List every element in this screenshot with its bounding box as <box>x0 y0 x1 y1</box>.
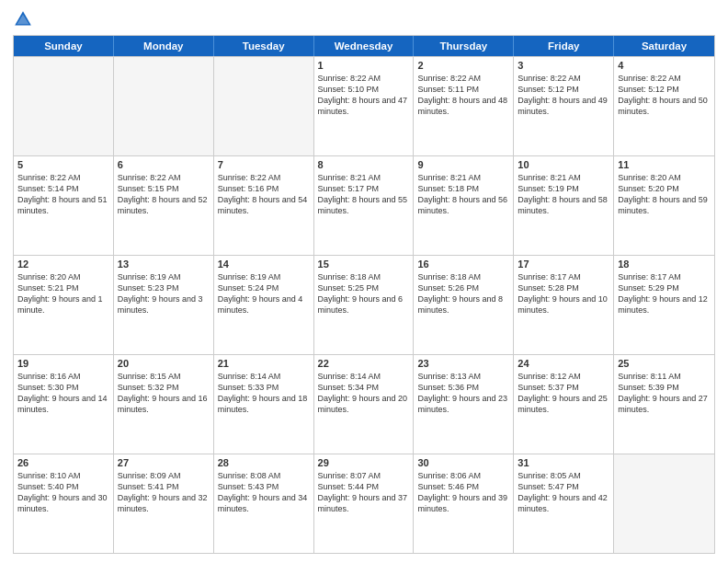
day-number: 31 <box>518 457 609 468</box>
day-number: 10 <box>518 159 609 170</box>
calendar-day: 5Sunrise: 8:22 AM Sunset: 5:14 PM Daylig… <box>14 156 114 255</box>
calendar-body: 1Sunrise: 8:22 AM Sunset: 5:10 PM Daylig… <box>14 56 714 553</box>
day-number: 2 <box>417 60 509 71</box>
day-info: Sunrise: 8:17 AM Sunset: 5:29 PM Dayligh… <box>618 271 711 316</box>
day-number: 11 <box>618 159 711 170</box>
day-info: Sunrise: 8:06 AM Sunset: 5:46 PM Dayligh… <box>417 470 509 515</box>
day-number: 4 <box>618 60 711 71</box>
calendar-day: 23Sunrise: 8:13 AM Sunset: 5:36 PM Dayli… <box>414 355 514 454</box>
day-info: Sunrise: 8:17 AM Sunset: 5:28 PM Dayligh… <box>518 271 609 316</box>
header <box>13 9 715 29</box>
calendar-day: 9Sunrise: 8:21 AM Sunset: 5:18 PM Daylig… <box>414 156 514 255</box>
calendar-day: 24Sunrise: 8:12 AM Sunset: 5:37 PM Dayli… <box>514 355 614 454</box>
day-number: 5 <box>17 159 109 170</box>
calendar-day: 13Sunrise: 8:19 AM Sunset: 5:23 PM Dayli… <box>114 256 214 354</box>
day-info: Sunrise: 8:22 AM Sunset: 5:15 PM Dayligh… <box>118 172 210 217</box>
day-info: Sunrise: 8:14 AM Sunset: 5:34 PM Dayligh… <box>318 371 410 416</box>
day-info: Sunrise: 8:09 AM Sunset: 5:41 PM Dayligh… <box>118 470 210 515</box>
day-info: Sunrise: 8:20 AM Sunset: 5:21 PM Dayligh… <box>17 271 109 316</box>
calendar-day: 8Sunrise: 8:21 AM Sunset: 5:17 PM Daylig… <box>314 156 415 255</box>
day-number: 9 <box>417 159 509 170</box>
calendar-day: 16Sunrise: 8:18 AM Sunset: 5:26 PM Dayli… <box>414 256 514 354</box>
day-number: 13 <box>118 259 210 270</box>
day-number: 28 <box>218 457 310 468</box>
day-number: 7 <box>218 159 310 170</box>
day-number: 1 <box>318 60 410 71</box>
weekday-header: Thursday <box>414 36 514 56</box>
calendar-day: 2Sunrise: 8:22 AM Sunset: 5:11 PM Daylig… <box>414 57 514 155</box>
day-number: 29 <box>318 457 410 468</box>
weekday-header: Monday <box>114 36 214 56</box>
calendar-day: 26Sunrise: 8:10 AM Sunset: 5:40 PM Dayli… <box>14 454 114 553</box>
calendar-week: 1Sunrise: 8:22 AM Sunset: 5:10 PM Daylig… <box>14 56 714 155</box>
calendar-day: 28Sunrise: 8:08 AM Sunset: 5:43 PM Dayli… <box>214 454 314 553</box>
calendar-day: 30Sunrise: 8:06 AM Sunset: 5:46 PM Dayli… <box>414 454 514 553</box>
calendar: SundayMondayTuesdayWednesdayThursdayFrid… <box>13 35 715 554</box>
day-info: Sunrise: 8:18 AM Sunset: 5:26 PM Dayligh… <box>417 271 509 316</box>
calendar-day: 19Sunrise: 8:16 AM Sunset: 5:30 PM Dayli… <box>14 355 114 454</box>
calendar-day: 1Sunrise: 8:22 AM Sunset: 5:10 PM Daylig… <box>314 57 415 155</box>
calendar-day: 25Sunrise: 8:11 AM Sunset: 5:39 PM Dayli… <box>614 355 714 454</box>
calendar-day: 18Sunrise: 8:17 AM Sunset: 5:29 PM Dayli… <box>614 256 714 354</box>
calendar-week: 12Sunrise: 8:20 AM Sunset: 5:21 PM Dayli… <box>14 255 714 354</box>
calendar-day: 7Sunrise: 8:22 AM Sunset: 5:16 PM Daylig… <box>214 156 314 255</box>
day-number: 27 <box>118 457 210 468</box>
day-info: Sunrise: 8:15 AM Sunset: 5:32 PM Dayligh… <box>118 371 210 416</box>
day-number: 25 <box>618 358 711 369</box>
day-info: Sunrise: 8:22 AM Sunset: 5:14 PM Dayligh… <box>17 172 109 217</box>
day-info: Sunrise: 8:16 AM Sunset: 5:30 PM Dayligh… <box>17 371 109 416</box>
calendar-day: 12Sunrise: 8:20 AM Sunset: 5:21 PM Dayli… <box>14 256 114 354</box>
day-number: 14 <box>218 259 310 270</box>
day-number: 8 <box>318 159 410 170</box>
day-number: 3 <box>518 60 609 71</box>
day-info: Sunrise: 8:22 AM Sunset: 5:16 PM Dayligh… <box>218 172 310 217</box>
day-info: Sunrise: 8:10 AM Sunset: 5:40 PM Dayligh… <box>17 470 109 515</box>
day-info: Sunrise: 8:13 AM Sunset: 5:36 PM Dayligh… <box>417 371 509 416</box>
day-info: Sunrise: 8:12 AM Sunset: 5:37 PM Dayligh… <box>518 371 609 416</box>
day-number: 19 <box>17 358 109 369</box>
day-info: Sunrise: 8:22 AM Sunset: 5:10 PM Dayligh… <box>318 73 410 118</box>
day-number: 17 <box>518 259 609 270</box>
day-number: 30 <box>417 457 509 468</box>
calendar-day: 21Sunrise: 8:14 AM Sunset: 5:33 PM Dayli… <box>214 355 314 454</box>
calendar-day: 17Sunrise: 8:17 AM Sunset: 5:28 PM Dayli… <box>514 256 614 354</box>
weekday-header: Friday <box>514 36 614 56</box>
calendar-day: 11Sunrise: 8:20 AM Sunset: 5:20 PM Dayli… <box>614 156 714 255</box>
day-number: 22 <box>318 358 410 369</box>
calendar-week: 5Sunrise: 8:22 AM Sunset: 5:14 PM Daylig… <box>14 155 714 255</box>
day-info: Sunrise: 8:14 AM Sunset: 5:33 PM Dayligh… <box>218 371 310 416</box>
calendar-day: 31Sunrise: 8:05 AM Sunset: 5:47 PM Dayli… <box>514 454 614 553</box>
calendar-day: 20Sunrise: 8:15 AM Sunset: 5:32 PM Dayli… <box>114 355 214 454</box>
day-info: Sunrise: 8:21 AM Sunset: 5:18 PM Dayligh… <box>417 172 509 217</box>
empty-cell <box>614 454 714 553</box>
day-number: 20 <box>118 358 210 369</box>
calendar-day: 14Sunrise: 8:19 AM Sunset: 5:24 PM Dayli… <box>214 256 314 354</box>
logo-icon <box>13 9 33 29</box>
empty-cell <box>114 57 214 155</box>
day-info: Sunrise: 8:19 AM Sunset: 5:24 PM Dayligh… <box>218 271 310 316</box>
day-number: 24 <box>518 358 609 369</box>
logo <box>13 9 37 29</box>
day-info: Sunrise: 8:05 AM Sunset: 5:47 PM Dayligh… <box>518 470 609 515</box>
weekday-header: Sunday <box>14 36 114 56</box>
day-number: 21 <box>218 358 310 369</box>
page: SundayMondayTuesdayWednesdayThursdayFrid… <box>0 0 728 563</box>
calendar-day: 15Sunrise: 8:18 AM Sunset: 5:25 PM Dayli… <box>314 256 415 354</box>
calendar-day: 6Sunrise: 8:22 AM Sunset: 5:15 PM Daylig… <box>114 156 214 255</box>
day-info: Sunrise: 8:22 AM Sunset: 5:12 PM Dayligh… <box>618 73 711 118</box>
day-info: Sunrise: 8:21 AM Sunset: 5:19 PM Dayligh… <box>518 172 609 217</box>
day-number: 15 <box>318 259 410 270</box>
calendar-week: 19Sunrise: 8:16 AM Sunset: 5:30 PM Dayli… <box>14 354 714 454</box>
calendar-day: 3Sunrise: 8:22 AM Sunset: 5:12 PM Daylig… <box>514 57 614 155</box>
day-number: 26 <box>17 457 109 468</box>
calendar-day: 29Sunrise: 8:07 AM Sunset: 5:44 PM Dayli… <box>314 454 415 553</box>
day-number: 18 <box>618 259 711 270</box>
day-info: Sunrise: 8:11 AM Sunset: 5:39 PM Dayligh… <box>618 371 711 416</box>
calendar-day: 4Sunrise: 8:22 AM Sunset: 5:12 PM Daylig… <box>614 57 714 155</box>
weekday-header: Tuesday <box>214 36 314 56</box>
day-info: Sunrise: 8:18 AM Sunset: 5:25 PM Dayligh… <box>318 271 410 316</box>
day-number: 23 <box>417 358 509 369</box>
day-info: Sunrise: 8:22 AM Sunset: 5:11 PM Dayligh… <box>417 73 509 118</box>
empty-cell <box>214 57 314 155</box>
calendar-week: 26Sunrise: 8:10 AM Sunset: 5:40 PM Dayli… <box>14 454 714 553</box>
